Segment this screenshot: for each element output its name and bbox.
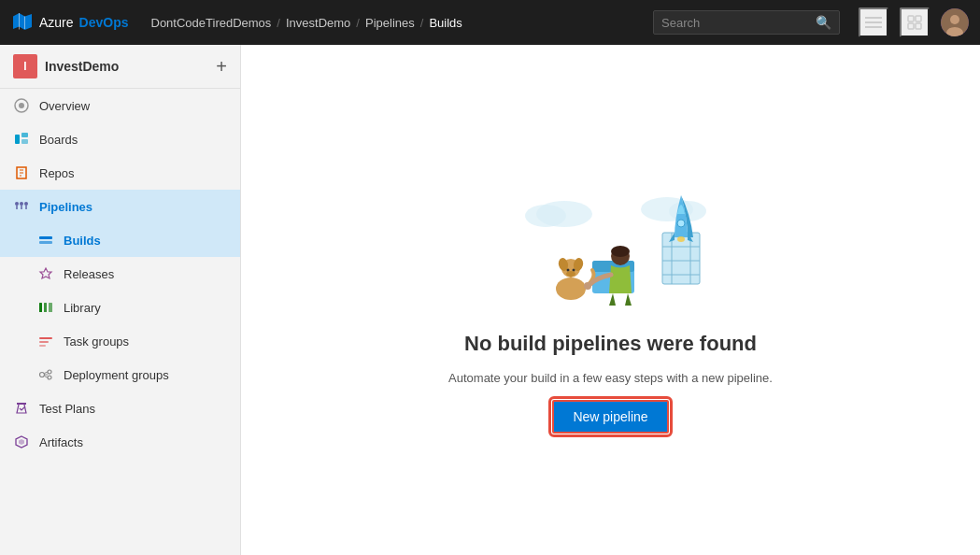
- breadcrumb-project[interactable]: InvestDemo: [286, 16, 350, 30]
- search-bar[interactable]: 🔍: [653, 10, 840, 35]
- org-avatar: I: [13, 54, 37, 78]
- svg-point-53: [569, 274, 572, 277]
- svg-rect-2: [865, 26, 882, 28]
- new-pipeline-button[interactable]: New pipeline: [552, 400, 668, 434]
- svg-point-8: [950, 15, 959, 24]
- svg-rect-1: [865, 21, 882, 23]
- sidebar-item-label-taskgroups: Task groups: [64, 334, 129, 349]
- testplans-icon: [13, 400, 30, 417]
- sidebar-item-library[interactable]: Library: [0, 291, 240, 324]
- svg-point-42: [677, 236, 685, 242]
- sidebar-item-releases[interactable]: Releases: [0, 257, 240, 291]
- svg-marker-30: [19, 439, 24, 445]
- svg-rect-18: [39, 236, 52, 239]
- sidebar-item-taskgroups[interactable]: Task groups: [0, 324, 240, 358]
- sidebar-header: I InvestDemo +: [0, 45, 240, 89]
- svg-rect-6: [916, 23, 921, 29]
- releases-icon: [37, 265, 54, 282]
- sidebar-item-pipelines[interactable]: Pipelines: [0, 190, 240, 223]
- sidebar-item-artifacts[interactable]: Artifacts: [0, 425, 240, 459]
- svg-rect-4: [916, 16, 921, 21]
- svg-rect-23: [39, 337, 52, 339]
- main-layout: I InvestDemo + Overview: [0, 45, 980, 555]
- svg-rect-21: [44, 303, 47, 312]
- sidebar-item-label-releases: Releases: [64, 267, 114, 281]
- sidebar-item-testplans[interactable]: Test Plans: [0, 391, 240, 425]
- sidebar-item-label-artifacts: Artifacts: [39, 435, 83, 449]
- svg-point-56: [584, 282, 591, 290]
- sidebar-item-builds[interactable]: Builds: [0, 223, 240, 257]
- svg-rect-5: [908, 23, 914, 29]
- boards-icon: [13, 131, 30, 148]
- svg-point-32: [525, 205, 566, 227]
- sidebar-item-label-testplans: Test Plans: [39, 402, 95, 416]
- sidebar-item-label-library: Library: [64, 301, 101, 315]
- svg-rect-0: [865, 17, 882, 19]
- svg-rect-14: [21, 139, 28, 144]
- empty-title: No build pipelines were found: [464, 332, 757, 356]
- org-name: I InvestDemo: [13, 54, 119, 78]
- svg-point-27: [48, 370, 51, 374]
- breadcrumb: DontCodeTiredDemos / InvestDemo / Pipeli…: [151, 16, 462, 30]
- sidebar: I InvestDemo + Overview: [0, 45, 241, 555]
- sidebar-item-deployment[interactable]: Deployment groups: [0, 358, 240, 391]
- sidebar-item-label-boards: Boards: [39, 133, 78, 147]
- svg-point-17: [24, 202, 28, 206]
- svg-point-50: [566, 268, 569, 271]
- empty-state: No build pipelines were found Automate y…: [448, 167, 773, 434]
- builds-icon: [37, 232, 54, 249]
- search-input[interactable]: [661, 16, 810, 30]
- org-label: InvestDemo: [45, 59, 119, 74]
- repos-icon: [13, 164, 30, 181]
- sidebar-item-repos[interactable]: Repos: [0, 156, 240, 190]
- svg-rect-20: [39, 303, 42, 312]
- svg-point-26: [40, 373, 45, 377]
- empty-illustration: [480, 167, 742, 317]
- svg-point-41: [677, 220, 685, 227]
- svg-point-15: [15, 202, 19, 206]
- svg-point-11: [19, 103, 24, 108]
- sidebar-item-label-overview: Overview: [39, 99, 90, 113]
- library-icon: [37, 299, 54, 316]
- search-icon: 🔍: [816, 15, 831, 30]
- svg-rect-3: [908, 16, 914, 21]
- empty-subtitle: Automate your build in a few easy steps …: [448, 371, 773, 385]
- sidebar-item-label-repos: Repos: [39, 166, 75, 180]
- nav-icons: [859, 7, 969, 37]
- main-content: No build pipelines were found Automate y…: [241, 45, 980, 555]
- breadcrumb-builds: Builds: [429, 16, 462, 30]
- logo[interactable]: Azure DevOps: [11, 11, 129, 34]
- sidebar-item-label-pipelines: Pipelines: [39, 200, 92, 214]
- svg-point-55: [611, 246, 630, 257]
- sidebar-item-label-builds: Builds: [64, 234, 101, 248]
- taskgroups-icon: [37, 333, 54, 349]
- deployment-icon: [37, 366, 54, 383]
- overview-icon: [13, 97, 30, 114]
- menu-icon[interactable]: [859, 7, 888, 37]
- breadcrumb-pipelines[interactable]: Pipelines: [365, 16, 415, 30]
- top-nav: Azure DevOps DontCodeTiredDemos / Invest…: [0, 0, 980, 45]
- artifacts-icon: [13, 434, 30, 450]
- svg-rect-13: [21, 133, 28, 137]
- sidebar-item-overview[interactable]: Overview: [0, 89, 240, 122]
- svg-point-16: [20, 202, 23, 206]
- svg-rect-25: [39, 345, 46, 347]
- svg-rect-19: [39, 241, 52, 244]
- svg-rect-24: [39, 341, 49, 343]
- avatar[interactable]: [941, 8, 969, 36]
- svg-rect-22: [49, 303, 52, 312]
- sidebar-item-label-deployment: Deployment groups: [64, 368, 169, 382]
- sidebar-item-boards[interactable]: Boards: [0, 122, 240, 156]
- add-project-button[interactable]: +: [216, 57, 227, 76]
- svg-point-51: [572, 268, 575, 271]
- svg-point-46: [556, 278, 586, 300]
- extensions-icon[interactable]: [900, 7, 930, 37]
- svg-point-28: [48, 376, 51, 379]
- breadcrumb-org[interactable]: DontCodeTiredDemos: [151, 16, 272, 30]
- pipelines-icon: [13, 198, 30, 215]
- svg-rect-12: [15, 135, 20, 144]
